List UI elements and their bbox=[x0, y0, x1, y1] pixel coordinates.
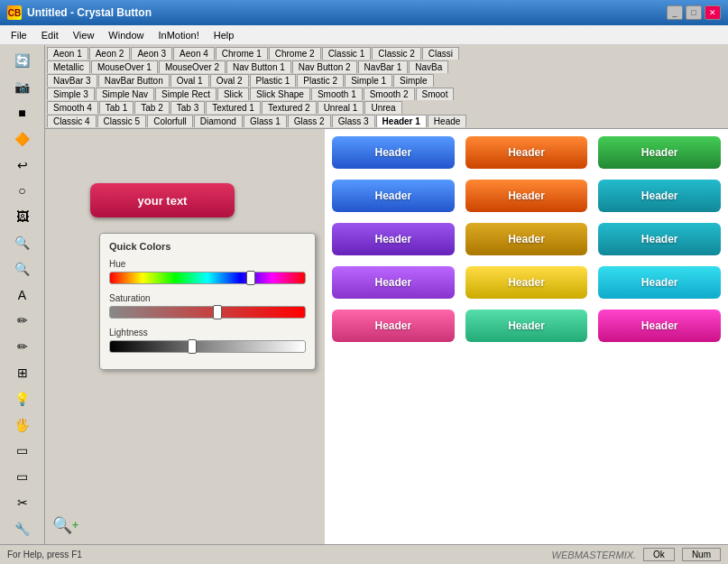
tab-5-4[interactable]: Glass 1 bbox=[244, 115, 287, 127]
tool-14[interactable]: 🖐 bbox=[6, 412, 39, 437]
gallery-btn-2-1[interactable]: Header bbox=[465, 223, 588, 255]
button-preview[interactable]: your text bbox=[90, 183, 235, 217]
tab-3-5[interactable]: Smooth 1 bbox=[311, 88, 363, 100]
tab-4-3[interactable]: Tab 3 bbox=[170, 101, 205, 114]
tab-0-2[interactable]: Aeon 3 bbox=[131, 47, 172, 60]
num-button[interactable]: Num bbox=[682, 548, 721, 561]
gallery-btn-1-0[interactable]: Header bbox=[332, 180, 455, 212]
tab-4-6[interactable]: Unreal 1 bbox=[318, 101, 364, 114]
gallery-btn-3-1[interactable]: Header bbox=[465, 266, 588, 299]
tab-5-0[interactable]: Classic 4 bbox=[47, 115, 97, 127]
gallery-btn-0-1[interactable]: Header bbox=[465, 136, 588, 169]
menu-item-edit[interactable]: Edit bbox=[34, 28, 66, 42]
minimize-button[interactable]: _ bbox=[667, 5, 683, 20]
tab-2-5[interactable]: Plastic 2 bbox=[297, 74, 344, 87]
zoom-icon[interactable]: 🔍 bbox=[52, 515, 72, 535]
tool-6[interactable]: 🖼 bbox=[6, 205, 39, 229]
tab-1-2[interactable]: MouseOver 2 bbox=[159, 60, 226, 73]
tool-8[interactable]: 🔍 bbox=[6, 256, 39, 281]
tab-4-5[interactable]: Textured 2 bbox=[262, 101, 317, 114]
tool-10[interactable]: ✏ bbox=[6, 309, 39, 333]
tab-0-7[interactable]: Classic 2 bbox=[372, 47, 421, 60]
tab-2-6[interactable]: Simple 1 bbox=[345, 74, 392, 87]
menu-item-window[interactable]: Window bbox=[101, 28, 151, 42]
tab-0-4[interactable]: Chrome 1 bbox=[216, 47, 268, 60]
tab-3-7[interactable]: Smoot bbox=[416, 88, 455, 100]
hue-track[interactable] bbox=[109, 272, 306, 284]
tool-13[interactable]: 💡 bbox=[6, 386, 39, 411]
gallery-btn-1-1[interactable]: Header bbox=[465, 180, 588, 212]
tool-0[interactable]: 🔄 bbox=[6, 49, 39, 73]
gallery-btn-0-2[interactable]: Header bbox=[598, 136, 721, 169]
saturation-thumb[interactable] bbox=[213, 305, 222, 319]
lightness-thumb[interactable] bbox=[188, 339, 197, 354]
tab-0-1[interactable]: Aeon 2 bbox=[89, 47, 131, 60]
tab-0-6[interactable]: Classic 1 bbox=[322, 47, 372, 60]
tab-3-0[interactable]: Simple 3 bbox=[47, 88, 95, 100]
tab-4-4[interactable]: Textured 1 bbox=[206, 101, 261, 114]
tool-7[interactable]: 🔍 bbox=[6, 231, 39, 255]
tab-3-4[interactable]: Slick Shape bbox=[250, 88, 310, 100]
gallery-btn-2-0[interactable]: Header bbox=[332, 223, 455, 255]
tab-5-2[interactable]: Colorfull bbox=[147, 115, 193, 127]
tab-3-3[interactable]: Slick bbox=[217, 88, 249, 100]
tab-2-4[interactable]: Plastic 1 bbox=[250, 74, 297, 87]
maximize-button[interactable]: □ bbox=[686, 5, 702, 20]
tab-1-1[interactable]: MouseOver 1 bbox=[91, 60, 158, 73]
tab-4-0[interactable]: Smooth 4 bbox=[47, 101, 98, 114]
tool-15[interactable]: ▭ bbox=[6, 439, 39, 463]
tab-0-8[interactable]: Classi bbox=[422, 47, 459, 60]
tool-11[interactable]: ✏ bbox=[6, 335, 39, 359]
tab-4-1[interactable]: Tab 1 bbox=[99, 101, 134, 114]
tool-17[interactable]: ✂ bbox=[6, 491, 39, 515]
lightness-track[interactable] bbox=[109, 340, 306, 353]
tab-5-7[interactable]: Header 1 bbox=[376, 115, 427, 127]
close-button[interactable]: ✕ bbox=[705, 5, 721, 20]
menu-item-file[interactable]: File bbox=[4, 28, 34, 42]
menu-item-view[interactable]: View bbox=[66, 28, 102, 42]
tab-5-5[interactable]: Glass 2 bbox=[288, 115, 331, 127]
tab-1-3[interactable]: Nav Button 1 bbox=[226, 60, 291, 73]
tab-0-0[interactable]: Aeon 1 bbox=[47, 47, 88, 60]
tab-3-6[interactable]: Smooth 2 bbox=[364, 88, 415, 100]
tab-4-7[interactable]: Unrea bbox=[364, 101, 401, 114]
gallery-btn-3-0[interactable]: Header bbox=[332, 266, 455, 299]
tool-5[interactable]: ○ bbox=[6, 179, 39, 203]
gallery-btn-4-2[interactable]: Header bbox=[598, 310, 721, 342]
tab-1-4[interactable]: Nav Button 2 bbox=[292, 60, 357, 73]
menu-item-inmotion![interactable]: InMotion! bbox=[151, 28, 206, 42]
tab-1-0[interactable]: Metallic bbox=[47, 60, 90, 73]
gallery-btn-4-1[interactable]: Header bbox=[465, 310, 588, 342]
tab-3-1[interactable]: Simple Nav bbox=[96, 88, 154, 100]
hue-thumb[interactable] bbox=[246, 271, 255, 285]
tool-1[interactable]: 📷 bbox=[6, 75, 39, 99]
gallery-btn-1-2[interactable]: Header bbox=[598, 180, 721, 212]
tool-3[interactable]: 🔶 bbox=[6, 126, 39, 151]
tab-5-3[interactable]: Diamond bbox=[194, 115, 243, 127]
ok-button[interactable]: Ok bbox=[643, 548, 675, 561]
tab-1-5[interactable]: NavBar 1 bbox=[358, 60, 409, 73]
tab-2-1[interactable]: NavBar Button bbox=[98, 74, 170, 87]
gallery-btn-0-0[interactable]: Header bbox=[332, 136, 455, 169]
gallery-btn-4-0[interactable]: Header bbox=[332, 310, 455, 342]
gallery-btn-3-2[interactable]: Header bbox=[598, 266, 721, 299]
tool-4[interactable]: ↩ bbox=[6, 153, 39, 177]
tab-4-2[interactable]: Tab 2 bbox=[134, 101, 169, 114]
saturation-track[interactable] bbox=[109, 306, 306, 319]
tab-5-8[interactable]: Heade bbox=[428, 115, 466, 127]
tool-12[interactable]: ⊞ bbox=[6, 361, 39, 385]
tab-0-3[interactable]: Aeon 4 bbox=[173, 47, 215, 60]
tab-3-2[interactable]: Simple Rect bbox=[155, 88, 217, 100]
zoom-plus-icon[interactable]: + bbox=[72, 519, 78, 532]
tool-18[interactable]: 🔧 bbox=[6, 516, 39, 541]
tab-5-1[interactable]: Classic 5 bbox=[97, 115, 147, 127]
tab-2-3[interactable]: Oval 2 bbox=[210, 74, 249, 87]
tab-2-0[interactable]: NavBar 3 bbox=[47, 74, 97, 87]
tab-0-5[interactable]: Chrome 2 bbox=[269, 47, 321, 60]
tab-1-6[interactable]: NavBa bbox=[409, 60, 448, 73]
tool-9[interactable]: A bbox=[6, 282, 39, 307]
gallery-btn-2-2[interactable]: Header bbox=[598, 223, 721, 255]
tab-2-2[interactable]: Oval 1 bbox=[170, 74, 209, 87]
tool-16[interactable]: ▭ bbox=[6, 465, 39, 489]
tab-2-7[interactable]: Simple bbox=[393, 74, 434, 87]
